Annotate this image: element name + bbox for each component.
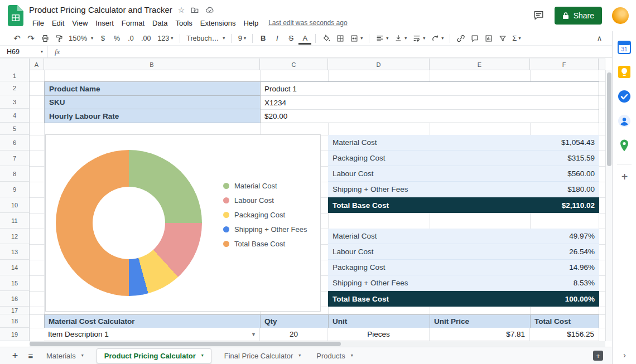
pct-value-cell[interactable]: 14.96% <box>531 263 599 271</box>
menu-file[interactable]: File <box>29 18 47 28</box>
unit-price-cell[interactable]: $7.81 <box>430 328 530 341</box>
row-header[interactable]: 14 <box>0 260 29 275</box>
row-header[interactable]: 7 <box>0 151 29 166</box>
chart-object[interactable]: Material Cost Labour Cost Packaging Cost… <box>45 134 321 312</box>
side-panel-collapse-icon[interactable]: › <box>613 350 636 360</box>
tasks-icon[interactable] <box>617 89 632 104</box>
calc-header-unit-cell[interactable]: Unit <box>329 315 430 328</box>
pct-value-cell[interactable]: 8.53% <box>531 279 599 287</box>
last-edit-status[interactable]: Last edit was seconds ago <box>268 19 347 27</box>
add-sheet-button[interactable]: + <box>8 348 22 363</box>
item-description-cell[interactable]: Item Description 1 ▼ <box>44 328 260 341</box>
menu-edit[interactable]: Edit <box>49 18 68 28</box>
column-header-a[interactable]: A <box>30 59 44 70</box>
move-folder-icon[interactable] <box>190 6 199 14</box>
menu-view[interactable]: View <box>69 18 91 28</box>
horizontal-scrollbar-thumb[interactable] <box>30 342 341 346</box>
tab-final-price-calculator[interactable]: Final Price Calculator ▾ <box>217 347 309 364</box>
doc-title[interactable]: Product Pricing Calculator and Tracker <box>29 5 172 14</box>
fill-color-button[interactable] <box>320 32 333 45</box>
row-header[interactable]: 13 <box>0 244 29 260</box>
horizontal-scrollbar[interactable] <box>30 341 605 347</box>
paint-format-button[interactable] <box>52 32 65 45</box>
contacts-icon[interactable] <box>617 114 632 129</box>
cost-label-cell[interactable]: Material Cost <box>328 138 531 147</box>
column-header-b[interactable]: B <box>44 59 260 70</box>
total-label-cell[interactable]: Total Base Cost <box>328 295 531 303</box>
calc-header-unit-price-cell[interactable]: Unit Price <box>430 315 531 328</box>
qty-cell[interactable]: 20 <box>260 328 328 341</box>
menu-extensions[interactable]: Extensions <box>197 18 239 28</box>
row-header[interactable]: 19 <box>0 328 29 341</box>
undo-button[interactable]: ↶ <box>11 32 23 45</box>
side-panel-add-button[interactable]: + <box>613 171 636 183</box>
row-header[interactable]: 2 <box>0 81 29 95</box>
vertical-scrollbar-thumb[interactable] <box>607 72 611 166</box>
select-all-corner[interactable] <box>0 59 30 70</box>
avatar[interactable] <box>612 7 629 24</box>
menu-tools[interactable]: Tools <box>172 18 195 28</box>
column-header-partial[interactable] <box>599 59 605 70</box>
sku-label-cell[interactable]: SKU <box>44 95 261 109</box>
pct-label-cell[interactable]: Material Cost <box>328 232 531 240</box>
star-icon[interactable]: ☆ <box>178 6 185 14</box>
cost-value-cell[interactable]: $315.59 <box>531 154 599 162</box>
tab-materials[interactable]: Materials ▾ <box>39 347 91 364</box>
row-header[interactable]: 16 <box>0 291 29 307</box>
row-header[interactable]: 3 <box>0 95 29 109</box>
row-header[interactable]: 17 <box>0 307 29 314</box>
pct-label-cell[interactable]: Shipping + Other Fees <box>328 279 531 287</box>
calc-header-qty-cell[interactable]: Qty <box>261 315 329 328</box>
sku-value-cell[interactable]: X1234 <box>261 96 599 110</box>
cost-label-cell[interactable]: Shipping + Other Fees <box>328 185 531 193</box>
share-button[interactable]: Share <box>555 7 602 25</box>
text-color-button[interactable]: A <box>298 34 311 45</box>
vertical-scrollbar[interactable] <box>605 70 612 341</box>
bold-button[interactable]: B <box>257 32 269 45</box>
total-value-cell[interactable]: $2,110.02 <box>531 201 599 210</box>
row-header[interactable]: 6 <box>0 135 29 151</box>
menu-help[interactable]: Help <box>240 18 262 28</box>
unit-cell[interactable]: Pieces <box>328 328 430 341</box>
all-sheets-button[interactable]: ≡ <box>23 348 38 363</box>
cost-value-cell[interactable]: $560.00 <box>531 169 599 178</box>
cost-label-cell[interactable]: Labour Cost <box>328 169 531 178</box>
total-label-cell[interactable]: Total Base Cost <box>328 201 531 210</box>
format-currency-button[interactable]: $ <box>97 32 109 45</box>
cost-value-cell[interactable]: $180.00 <box>531 185 599 193</box>
maps-icon[interactable] <box>617 138 632 153</box>
dropdown-icon[interactable]: ▼ <box>251 332 256 337</box>
cloud-status-icon[interactable] <box>205 6 214 14</box>
row-header[interactable]: 4 <box>0 109 29 123</box>
row-header[interactable]: 15 <box>0 275 29 291</box>
pct-label-cell[interactable]: Packaging Cost <box>328 263 531 271</box>
calendar-icon[interactable]: 31 <box>617 40 632 55</box>
row-header[interactable]: 12 <box>0 229 29 244</box>
horizontal-align-button[interactable]: ▾ <box>373 32 391 45</box>
row-header[interactable]: 8 <box>0 166 29 182</box>
total-cost-cell[interactable]: $156.25 <box>530 328 599 341</box>
column-header-c[interactable]: C <box>260 59 328 70</box>
row-header[interactable]: 11 <box>0 213 29 229</box>
decrease-decimals-button[interactable]: .0 <box>124 32 137 45</box>
calc-header-total-cost-cell[interactable]: Total Cost <box>531 315 599 328</box>
column-header-e[interactable]: E <box>430 59 530 70</box>
comments-icon[interactable] <box>533 10 545 21</box>
product-name-value-cell[interactable]: Product 1 <box>261 82 599 96</box>
spreadsheet-grid[interactable]: 1 2 3 4 5 6 7 8 9 10 11 12 13 14 15 16 1… <box>0 70 612 341</box>
pct-label-cell[interactable]: Labour Cost <box>328 247 531 256</box>
row-header[interactable]: 10 <box>0 197 29 213</box>
font-select[interactable]: Trebuchet MS ▾ <box>184 32 227 45</box>
tab-products[interactable]: Products ▾ <box>309 347 360 364</box>
borders-button[interactable] <box>334 32 346 45</box>
pct-value-cell[interactable]: 49.97% <box>531 232 599 240</box>
menu-format[interactable]: Format <box>118 18 148 28</box>
increase-decimals-button[interactable]: .00 <box>138 32 153 45</box>
cost-value-cell[interactable]: $1,054.43 <box>531 138 599 147</box>
total-value-cell[interactable]: 100.00% <box>531 295 599 303</box>
keep-icon[interactable] <box>617 65 632 80</box>
insert-comment-button[interactable] <box>468 32 481 45</box>
collapse-toolbar-button[interactable]: ∧ <box>593 32 606 45</box>
strikethrough-button[interactable]: S <box>285 32 297 45</box>
redo-button[interactable]: ↷ <box>25 32 37 45</box>
